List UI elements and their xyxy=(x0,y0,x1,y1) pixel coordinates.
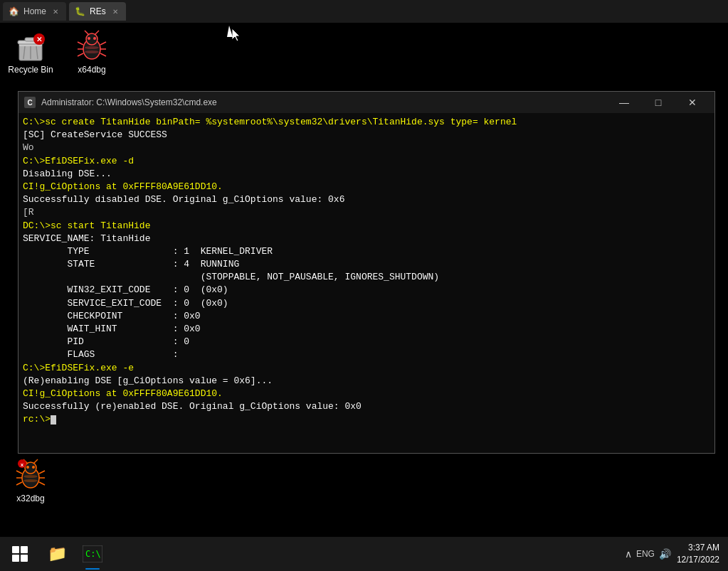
desktop: 🏠 Home ✕ 🐛 REs ✕ xyxy=(0,0,728,571)
svg-point-11 xyxy=(88,37,90,40)
cmd-line: SERVICE_EXIT_CODE : 0 (0x0) xyxy=(23,297,710,310)
cmd-line: WAIT_HINT : 0x0 xyxy=(23,323,710,336)
tab-res[interactable]: 🐛 REs ✕ xyxy=(69,2,126,21)
x64dbg-icon[interactable]: x64dbg xyxy=(63,26,120,78)
x32dbg-label: x32dbg xyxy=(16,493,44,503)
tab-home-close[interactable]: ✕ xyxy=(51,6,60,16)
tab-res-label: REs xyxy=(90,6,106,16)
svg-line-34 xyxy=(39,482,45,485)
tab-home[interactable]: 🏠 Home ✕ xyxy=(3,2,66,21)
clock[interactable]: 3:37 AM 12/17/2022 xyxy=(677,542,719,566)
svg-line-28 xyxy=(33,459,38,464)
cmd-window: C Administrator: C:\Windows\System32\cmd… xyxy=(18,91,715,454)
cmd-line: CI!g_CiOptions at 0xFFFF80A9E61DD10. xyxy=(23,181,710,193)
recycle-bin-image: ✕ xyxy=(14,29,48,63)
cmd-line: C:\>EfiDSEFix.exe -d xyxy=(23,155,710,168)
clock-time: 3:37 AM xyxy=(677,542,719,554)
svg-line-14 xyxy=(95,31,99,35)
svg-rect-39 xyxy=(12,546,19,553)
taskbar-file-explorer[interactable]: 📁 xyxy=(40,537,74,571)
tray-icons: ∧ ENG 🔊 xyxy=(625,548,671,560)
svg-line-32 xyxy=(39,471,45,474)
svg-point-36 xyxy=(23,479,38,482)
start-button[interactable] xyxy=(3,537,37,571)
cmd-line: Wo xyxy=(23,142,710,154)
cmd-line: Successfully disabled DSE. Original g_Ci… xyxy=(23,193,710,206)
x32dbg-icon[interactable]: x x32dbg xyxy=(2,455,59,506)
svg-point-12 xyxy=(93,37,96,40)
svg-point-22 xyxy=(85,50,99,53)
clock-date: 12/17/2022 xyxy=(677,554,719,566)
x64dbg-image xyxy=(75,29,109,63)
svg-line-13 xyxy=(85,31,89,35)
svg-text:✕: ✕ xyxy=(36,36,42,43)
cmd-line: (STOPPABLE, NOT_PAUSABLE, IGNORES_SHUTDO… xyxy=(23,271,710,284)
recycle-bin-icon[interactable]: ✕ Recycle Bin xyxy=(2,26,59,78)
svg-rect-42 xyxy=(21,555,28,562)
cmd-line: PID : 0 xyxy=(23,336,710,348)
svg-point-26 xyxy=(32,466,35,469)
tray-keyboard[interactable]: ENG xyxy=(636,549,655,559)
cmd-title: Administrator: C:\Windows\System32\cmd.e… xyxy=(41,97,608,107)
cmd-line: TYPE : 1 KERNEL_DRIVER xyxy=(23,245,710,258)
taskbar-right: ∧ ENG 🔊 3:37 AM 12/17/2022 xyxy=(619,542,725,566)
svg-point-25 xyxy=(26,466,29,469)
taskbar-items: 📁 C:\ xyxy=(37,537,619,571)
cmd-line: [SC] CreateService SUCCESS xyxy=(23,129,710,142)
recycle-bin-label: Recycle Bin xyxy=(8,65,53,75)
cmd-minimize[interactable]: — xyxy=(608,92,640,113)
svg-line-20 xyxy=(100,53,106,56)
cmd-icon: C xyxy=(24,97,36,108)
svg-rect-41 xyxy=(12,555,19,562)
tray-chevron[interactable]: ∧ xyxy=(625,548,632,560)
taskbar-bottom: 📁 C:\ ∧ ENG 🔊 3:37 AM 12/17/2022 xyxy=(0,537,728,571)
taskbar-top: 🏠 Home ✕ 🐛 REs ✕ xyxy=(0,0,728,23)
tab-home-label: Home xyxy=(23,6,46,16)
cmd-line: STATE : 4 RUNNING xyxy=(23,258,710,271)
cmd-line: C:\>sc create TitanHide binPath= %system… xyxy=(23,116,710,129)
cmd-line: WIN32_EXIT_CODE : 0 (0x0) xyxy=(23,284,710,297)
svg-line-31 xyxy=(16,482,22,485)
svg-rect-40 xyxy=(21,546,28,553)
cmd-line: C:\>EfiDSEFix.exe -e xyxy=(23,362,710,375)
cmd-line: rc:\> xyxy=(23,413,710,426)
taskbar-cmd[interactable]: C:\ xyxy=(75,537,110,571)
svg-text:x: x xyxy=(21,461,24,468)
svg-line-15 xyxy=(78,42,83,45)
svg-point-21 xyxy=(85,46,99,49)
cmd-controls: — □ ✕ xyxy=(608,92,709,113)
tray-volume[interactable]: 🔊 xyxy=(659,548,671,560)
cmd-close[interactable]: ✕ xyxy=(676,92,709,113)
cmd-line: Disabling DSE... xyxy=(23,168,710,181)
cmd-line: DC:\>sc start TitanHide xyxy=(23,220,710,233)
x32dbg-image: x xyxy=(14,458,48,492)
cmd-line: CI!g_CiOptions at 0xFFFF80A9E61DD10. xyxy=(23,388,710,400)
cmd-line: (Re)enabling DSE [g_CiOptions value = 0x… xyxy=(23,375,710,388)
x64dbg-label: x64dbg xyxy=(78,65,105,75)
svg-text:C:\: C:\ xyxy=(85,549,101,559)
cmd-line: [R xyxy=(23,206,710,219)
svg-line-17 xyxy=(78,53,83,56)
cmd-line: FLAGS : xyxy=(23,348,710,361)
tab-res-close[interactable]: ✕ xyxy=(110,6,120,16)
svg-point-35 xyxy=(23,475,38,478)
cmd-line: Successfully (re)enabled DSE. Original g… xyxy=(23,400,710,413)
cmd-maximize[interactable]: □ xyxy=(642,92,675,113)
cmd-body[interactable]: C:\>sc create TitanHide binPath= %system… xyxy=(19,113,714,453)
cmd-titlebar: C Administrator: C:\Windows\System32\cmd… xyxy=(19,92,714,113)
svg-line-29 xyxy=(16,471,22,474)
cmd-line: CHECKPOINT : 0x0 xyxy=(23,310,710,323)
cmd-cursor xyxy=(51,415,56,425)
svg-line-18 xyxy=(100,42,106,45)
cmd-line: SERVICE_NAME: TitanHide xyxy=(23,233,710,245)
